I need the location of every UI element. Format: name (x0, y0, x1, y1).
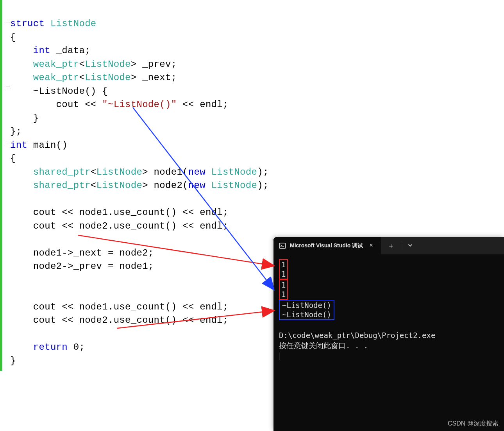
fold-toggle-icon[interactable]: - (6, 86, 10, 90)
debug-console-window[interactable]: Microsoft Visual Studio 调试 × ＋ 1 1 1 1 ~… (273, 237, 504, 431)
code-token: _data; (50, 45, 91, 56)
code-type: ListNode (97, 167, 143, 177)
code-token: ; (79, 342, 85, 352)
code-string: "~ListNode()" (102, 99, 177, 110)
code-token: cout << (10, 99, 102, 110)
output-line: ~ListNode() (282, 301, 331, 309)
code-token: > node2( (142, 180, 188, 191)
output-line: 1 (281, 290, 286, 299)
terminal-cursor (279, 352, 279, 360)
code-type: ListNode (211, 180, 257, 191)
code-token: > _prev; (131, 59, 177, 70)
code-token: }; (10, 126, 21, 137)
output-press-key: 按任意键关闭此窗口. . . (279, 341, 368, 350)
output-line: ~ListNode() (282, 310, 331, 319)
terminal-tab-label: Microsoft Visual Studio 调试 (290, 242, 363, 249)
code-line: node2->_prev = node1; (10, 261, 154, 272)
code-type: shared_ptr (10, 180, 91, 191)
output-line: 1 (281, 270, 286, 278)
code-type: ListNode (85, 72, 131, 83)
code-token: } (10, 113, 39, 123)
terminal-titlebar[interactable]: Microsoft Visual Studio 调试 × ＋ (273, 237, 504, 254)
code-token: ); (257, 167, 268, 177)
code-type: ListNode (211, 167, 257, 177)
new-tab-button[interactable]: ＋ (381, 237, 401, 254)
fold-toggle-icon[interactable]: - (6, 19, 10, 23)
code-keyword: int (10, 140, 27, 150)
code-token: > _next; (131, 72, 177, 83)
code-keyword: int (10, 45, 50, 56)
output-group-1: 1 1 (279, 259, 288, 279)
code-line: cout << node1.use_count() << endl; (10, 302, 229, 312)
terminal-output[interactable]: 1 1 1 1 ~ListNode() ~ListNode() D:\code\… (279, 259, 504, 431)
tab-dropdown-button[interactable] (401, 237, 419, 254)
svg-rect-0 (279, 243, 286, 249)
code-keyword: new (188, 167, 206, 177)
code-token: { (10, 32, 16, 43)
code-line: cout << node2.use_count() << endl; (10, 221, 229, 231)
watermark: CSDN @深度搜索 (448, 420, 499, 428)
code-token: ~ListNode() { (10, 86, 108, 97)
output-group-2: 1 1 (279, 279, 288, 300)
code-type: weak_ptr (10, 72, 79, 83)
terminal-tab[interactable]: Microsoft Visual Studio 调试 × (273, 237, 381, 254)
code-token: } (10, 356, 16, 366)
code-keyword: struct (10, 18, 45, 29)
output-line: 1 (281, 281, 286, 289)
fold-toggle-icon[interactable]: - (6, 140, 10, 144)
source-code[interactable]: struct ListNode { int _data; weak_ptr<Li… (10, 17, 269, 368)
output-line: 1 (281, 260, 286, 269)
code-token: main() (27, 140, 68, 150)
fold-gutter: - - - (2, 0, 10, 431)
code-type: ListNode (97, 180, 143, 191)
code-token: > node1( (142, 167, 188, 177)
code-token: 0 (68, 342, 79, 352)
code-line: node1->_next = node2; (10, 248, 154, 258)
code-type: ListNode (50, 18, 97, 29)
output-destructors: ~ListNode() ~ListNode() (279, 300, 334, 320)
chevron-down-icon (407, 242, 413, 250)
code-token: << endl; (177, 99, 228, 110)
code-type: shared_ptr (10, 167, 91, 177)
code-line: cout << node2.use_count() << endl; (10, 315, 229, 325)
output-path: D:\code\weak_ptr\Debug\Project2.exe (279, 331, 435, 340)
code-line: cout << node1.use_count() << endl; (10, 207, 229, 218)
code-keyword: new (188, 180, 206, 191)
code-token (206, 167, 211, 177)
terminal-icon (279, 242, 286, 249)
code-keyword: return (10, 342, 68, 352)
code-token (206, 180, 211, 191)
close-tab-icon[interactable]: × (367, 242, 375, 249)
code-token: { (10, 153, 16, 164)
code-type: weak_ptr (10, 59, 79, 70)
code-token: ); (257, 180, 268, 191)
code-type: ListNode (85, 59, 131, 70)
